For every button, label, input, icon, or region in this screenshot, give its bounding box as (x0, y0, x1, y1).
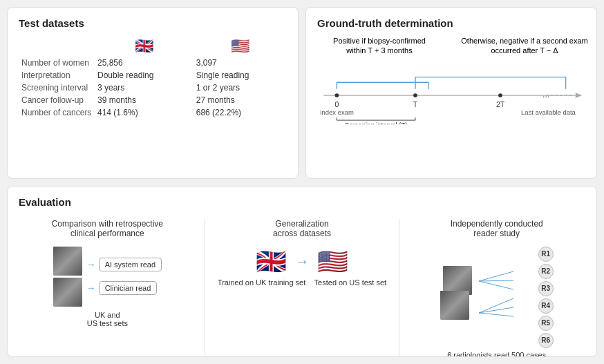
svg-marker-1 (576, 93, 582, 98)
row-label: Cancer follow-up (19, 94, 95, 106)
svg-text:Last available data: Last available data (521, 108, 576, 116)
row-us: 3,097 (194, 57, 287, 69)
ground-truth-card: Ground-truth determination Positive if b… (305, 7, 597, 179)
reader-scan-bottom (440, 291, 469, 320)
row-us: Single reading (194, 69, 287, 82)
table-row: Interpretation Double reading Single rea… (19, 69, 287, 82)
svg-line-18 (479, 313, 513, 316)
row-us: 27 months (194, 94, 287, 106)
reader-r1: R1 (538, 247, 554, 262)
row-us: 686 (22.2%) (194, 106, 287, 119)
row-uk: Double reading (95, 69, 194, 82)
svg-text:2T: 2T (496, 101, 505, 108)
scan-bottom (53, 278, 82, 307)
evaluation-card: Evaluation Comparison with retrospective… (7, 186, 597, 358)
scan-top (53, 247, 82, 276)
scan-stack (53, 247, 82, 307)
clinical-diagram: → AI system read → Clinician read (53, 247, 162, 307)
svg-point-3 (335, 93, 339, 97)
timeline-svg: 0 Index exam T 2T ... Last available dat… (317, 69, 585, 124)
row-label: Interpretation (19, 69, 95, 82)
row-label: Number of women (19, 57, 95, 69)
reader-circles: R1 R2 R3 R4 R5 R6 (538, 247, 554, 348)
svg-line-16 (479, 298, 513, 313)
arrow-boxes: → AI system read → Clinician read (86, 258, 162, 295)
negative-label: Otherwise, negative if a second exam occ… (452, 36, 597, 56)
svg-point-8 (498, 93, 502, 97)
reader-section: Independently conductedreader study (408, 219, 585, 358)
clinical-title: Comparison with retrospectiveclinical pe… (52, 219, 163, 238)
us-flag-gen: 🇺🇸 (317, 249, 348, 274)
gen-diagram: 🇬🇧 → 🇺🇸 (256, 249, 348, 274)
reader-scans (440, 266, 475, 328)
row-uk: 414 (1.6%) (95, 106, 194, 119)
table-row: Screening interval 3 years 1 or 2 years (19, 82, 287, 94)
ai-arrow-box: → AI system read (86, 258, 162, 271)
clinical-section: Comparison with retrospectiveclinical pe… (19, 219, 196, 358)
svg-line-15 (479, 281, 513, 289)
svg-text:0: 0 (334, 101, 339, 108)
row-us: 1 or 2 years (194, 82, 287, 94)
gen-title: Generalizationacross datasets (273, 219, 331, 238)
divider-1 (205, 219, 205, 358)
table-row: Number of women 25,856 3,097 (19, 57, 287, 69)
gen-labels: Trained on UK training set Tested on US … (214, 278, 391, 287)
arrow-right-icon2: → (86, 282, 96, 294)
reader-lines-svg (479, 266, 534, 328)
svg-point-6 (413, 93, 417, 97)
timeline-top-labels: Positive if biopsy-confirmed within T + … (317, 36, 585, 69)
reader-r2: R2 (538, 264, 554, 279)
arrow-right-icon: → (86, 259, 96, 270)
test-datasets-card: Test datasets 🇬🇧 🇺🇸 Number of women 25,8… (7, 7, 299, 179)
row-uk: 25,856 (95, 57, 194, 69)
reader-r4: R4 (538, 298, 554, 314)
svg-text:T: T (413, 101, 418, 108)
reader-bottom-label: 6 radiologists read 500 casesfrom US tes… (447, 351, 546, 358)
test-datasets-title: Test datasets (19, 17, 287, 29)
positive-label: Positive if biopsy-confirmed within T + … (331, 36, 428, 56)
divider-2 (399, 219, 399, 358)
datasets-table: 🇬🇧 🇺🇸 Number of women 25,856 3,097 Inter… (19, 36, 287, 119)
timeline-container: Positive if biopsy-confirmed within T + … (317, 36, 585, 126)
generalization-section: Generalizationacross datasets 🇬🇧 → 🇺🇸 Tr… (214, 219, 391, 358)
svg-line-14 (479, 280, 513, 281)
table-row: Cancer follow-up 39 months 27 months (19, 94, 287, 106)
reader-r3: R3 (538, 281, 554, 296)
clinician-arrow-box: → Clinician read (86, 281, 158, 295)
row-uk: 39 months (95, 94, 194, 106)
table-row: Number of cancers 414 (1.6%) 686 (22.2%) (19, 106, 287, 119)
clinician-read-box: Clinician read (99, 281, 158, 295)
trained-label: Trained on UK training set (218, 278, 305, 287)
ai-read-box: AI system read (99, 258, 162, 271)
eval-sections: Comparison with retrospectiveclinical pe… (19, 219, 585, 358)
row-uk: 3 years (95, 82, 194, 94)
clinical-bottom-label: UK andUS test sets (87, 311, 128, 327)
us-flag: 🇺🇸 (194, 36, 287, 57)
uk-flag-gen: 🇬🇧 (256, 249, 287, 274)
svg-text:Screening interval (T): Screening interval (T) (345, 121, 407, 124)
row-label: Number of cancers (19, 106, 95, 119)
reader-title: Independently conductedreader study (451, 219, 543, 238)
svg-text:...: ... (542, 90, 549, 99)
ground-truth-title: Ground-truth determination (317, 17, 585, 29)
row-label: Screening interval (19, 82, 95, 94)
reader-diagram: R1 R2 R3 R4 R5 R6 (440, 247, 554, 348)
gen-arrow-icon: → (295, 253, 309, 269)
svg-text:Index exam: Index exam (320, 108, 354, 116)
uk-flag: 🇬🇧 (95, 36, 194, 57)
reader-r5: R5 (538, 316, 554, 331)
svg-line-13 (479, 271, 513, 281)
reader-r6: R6 (538, 333, 554, 348)
tested-label: Tested on US test set (314, 278, 387, 287)
svg-line-17 (479, 307, 513, 313)
evaluation-title: Evaluation (19, 196, 585, 208)
